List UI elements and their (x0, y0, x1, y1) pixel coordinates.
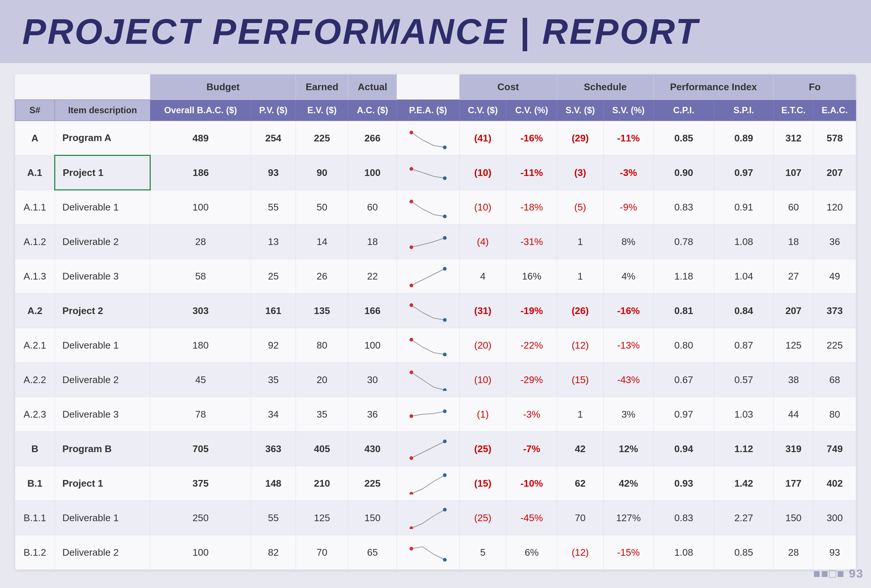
table-cell: -43% (603, 363, 653, 397)
table-cell: A.1 (15, 156, 55, 190)
table-row: B.1.1Deliverable 125055125150(25)-45%701… (15, 501, 856, 535)
col-ac: A.C. ($) (348, 100, 397, 121)
table-cell: 1 (557, 397, 603, 432)
table-cell: 65 (348, 535, 397, 570)
perf-index-group-header: Performance Index (653, 75, 773, 100)
table-cell: 0.78 (653, 224, 714, 259)
svg-point-17 (443, 410, 447, 413)
col-eac: E.A.C. (813, 100, 856, 121)
svg-point-24 (410, 547, 413, 551)
col-spi: S.P.I. (714, 100, 773, 121)
table-cell: 207 (773, 294, 813, 328)
table-cell: 0.67 (653, 363, 714, 397)
table-cell: 0.80 (653, 328, 714, 363)
table-cell: 312 (773, 121, 813, 156)
table-cell: 177 (773, 466, 813, 501)
table-cell: 186 (150, 156, 251, 190)
svg-point-15 (443, 388, 447, 391)
svg-point-12 (410, 338, 413, 341)
table-cell: 36 (348, 397, 397, 432)
table-cell: 68 (813, 363, 856, 397)
table-cell: 38 (773, 363, 813, 397)
table-cell: 225 (296, 121, 348, 156)
table-cell: -10% (506, 466, 557, 501)
table-cell: 12% (603, 432, 653, 466)
table-cell: 80 (296, 328, 348, 363)
sparkline-cell (397, 259, 459, 294)
table-cell: 1.12 (714, 432, 773, 466)
table-cell: B.1.1 (15, 501, 55, 535)
table-cell: 92 (251, 328, 296, 363)
table-cell: 0.84 (714, 294, 773, 328)
earned-group-header: Earned (296, 75, 348, 100)
col-snum: S# (15, 100, 55, 121)
page-header: PROJECT PERFORMANCE | REPORT (0, 0, 871, 63)
table-cell: 749 (813, 432, 856, 466)
table-cell: 148 (251, 466, 296, 501)
svg-point-6 (410, 245, 413, 249)
table-cell: 405 (296, 432, 348, 466)
table-cell: 30 (348, 363, 397, 397)
table-cell: 42 (557, 432, 603, 466)
table-cell: (15) (557, 363, 603, 397)
table-cell: 578 (813, 121, 856, 156)
sparkline-cell (397, 294, 459, 328)
svg-point-5 (443, 215, 447, 218)
table-cell: 28 (773, 535, 813, 570)
table-cell: -3% (603, 156, 653, 190)
table-cell: 44 (773, 397, 813, 432)
table-cell: (20) (459, 328, 506, 363)
table-cell: (10) (459, 190, 506, 224)
table-cell: 0.85 (714, 535, 773, 570)
table-cell: 0.89 (714, 121, 773, 156)
svg-point-9 (443, 267, 447, 271)
table-cell: Project 1 (55, 156, 150, 190)
table-cell: 150 (773, 501, 813, 535)
table-row: A.2.3Deliverable 378343536(1)-3%13%0.971… (15, 397, 856, 432)
table-cell: B.1 (15, 466, 55, 501)
table-cell: 0.83 (653, 501, 714, 535)
table-row: A.1.3Deliverable 358252622416%14%1.181.0… (15, 259, 856, 294)
sparkline-cell (397, 190, 459, 224)
table-cell: 22 (348, 259, 397, 294)
table-cell: 55 (251, 501, 296, 535)
table-cell: 0.91 (714, 190, 773, 224)
table-cell: -3% (506, 397, 557, 432)
table-cell: 1.03 (714, 397, 773, 432)
table-cell: 93 (251, 156, 296, 190)
table-cell: -11% (603, 121, 653, 156)
table-cell: 27 (773, 259, 813, 294)
col-pv: P.V. ($) (251, 100, 296, 121)
performance-table: Budget Earned Actual Cost Schedule Perfo… (15, 74, 856, 570)
sparkline-cell (397, 397, 459, 432)
table-cell: Deliverable 2 (55, 224, 150, 259)
table-row: A.1.1Deliverable 1100555060(10)-18%(5)-9… (15, 190, 856, 224)
table-cell: 8% (603, 224, 653, 259)
table-cell: 210 (296, 466, 348, 501)
svg-point-14 (410, 371, 413, 374)
table-cell: 250 (150, 501, 251, 535)
table-row: A.1Project 11869390100(10)-11%(3)-3%0.90… (15, 156, 856, 190)
table-cell: A.2.1 (15, 328, 55, 363)
table-cell: -13% (603, 328, 653, 363)
table-cell: Program B (55, 432, 150, 466)
table-cell: -31% (506, 224, 557, 259)
sparkline-cell (397, 466, 459, 501)
table-cell: 100 (348, 328, 397, 363)
col-bac: Overall B.A.C. ($) (150, 100, 251, 121)
table-cell: 35 (251, 363, 296, 397)
table-cell: (1) (459, 397, 506, 432)
table-cell: 3% (603, 397, 653, 432)
table-cell: Deliverable 2 (55, 363, 150, 397)
table-cell: 0.93 (653, 466, 714, 501)
table-cell: 150 (348, 501, 397, 535)
table-cell: (29) (557, 121, 603, 156)
table-cell: 100 (348, 156, 397, 190)
table-cell: 42% (603, 466, 653, 501)
table-cell: A.2.2 (15, 363, 55, 397)
col-sv-pct: S.V. (%) (603, 100, 653, 121)
table-cell: -18% (506, 190, 557, 224)
svg-point-10 (410, 303, 413, 307)
table-cell: -15% (603, 535, 653, 570)
table-cell: 49 (813, 259, 856, 294)
